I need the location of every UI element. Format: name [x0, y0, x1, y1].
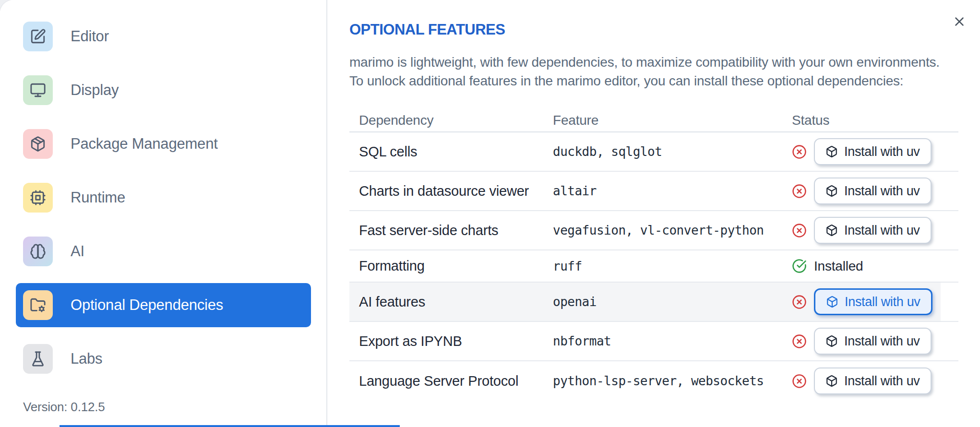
status-cell: Installed [792, 259, 958, 274]
package-box-icon [826, 296, 838, 308]
sidebar-item-optional-dependencies[interactable]: Optional Dependencies [16, 283, 311, 327]
package-box-icon [825, 335, 838, 347]
description-line: To unlock additional features in the mar… [349, 71, 959, 90]
table-row: Charts in datasource viewer altair Insta… [349, 172, 958, 211]
sidebar-item-display[interactable]: Display [16, 68, 311, 112]
column-header-status: Status [792, 113, 958, 128]
sidebar-item-labs[interactable]: Labs [16, 337, 311, 381]
install-with-uv-button[interactable]: Install with uv [814, 288, 932, 315]
table-row: Export as IPYNB nbformat Install with uv [349, 322, 958, 361]
dependency-cell: SQL cells [349, 144, 553, 160]
status-cell: Install with uv [792, 328, 958, 355]
sidebar-item-label: AI [71, 243, 84, 260]
close-icon[interactable] [950, 12, 968, 31]
status-cell: Install with uv [792, 288, 958, 315]
description: marimo is lightweight, with few dependen… [349, 53, 959, 90]
circle-x-icon [792, 144, 807, 159]
install-button-label: Install with uv [844, 144, 920, 159]
installed-status-label: Installed [814, 259, 863, 274]
dependency-cell: Fast server-side charts [349, 223, 553, 238]
install-with-uv-button[interactable]: Install with uv [814, 328, 932, 355]
sidebar-item-label: Editor [71, 28, 109, 45]
page-title: OPTIONAL FEATURES [349, 20, 959, 39]
circle-x-icon [792, 295, 807, 309]
feature-cell: altair [553, 184, 792, 198]
install-with-uv-button[interactable]: Install with uv [814, 178, 932, 204]
install-button-label: Install with uv [844, 184, 920, 199]
sidebar-item-package-management[interactable]: Package Management [16, 122, 311, 166]
package-box-icon [825, 185, 838, 197]
table-row: Fast server-side charts vegafusion, vl-c… [349, 211, 958, 250]
sidebar-item-ai[interactable]: AI [16, 229, 311, 273]
feature-cell: nbformat [553, 334, 792, 348]
install-button-label: Install with uv [844, 374, 920, 389]
feature-cell: openai [553, 295, 792, 309]
monitor-icon [23, 75, 53, 105]
circle-x-icon [792, 184, 807, 199]
sidebar-item-list: Editor Display Package Management Runtim… [0, 14, 326, 381]
column-header-feature: Feature [553, 113, 792, 128]
square-pen-icon [23, 22, 53, 51]
sidebar-item-label: Package Management [71, 135, 218, 153]
dependency-cell: Language Server Protocol [349, 373, 553, 389]
optional-features-table: Dependency Feature Status SQL cells duck… [349, 109, 958, 401]
circle-x-icon [792, 374, 807, 389]
table-row: AI features openai Install with uv [349, 283, 958, 322]
sidebar-item-editor[interactable]: Editor [16, 14, 311, 59]
dependency-cell: Charts in datasource viewer [349, 183, 553, 199]
status-cell: Install with uv [792, 138, 958, 165]
status-cell: Install with uv [792, 368, 958, 394]
package-box-icon [825, 375, 838, 387]
install-button-label: Install with uv [844, 334, 920, 349]
dependency-cell: AI features [349, 294, 553, 310]
description-line: marimo is lightweight, with few dependen… [349, 53, 959, 71]
status-cell: Install with uv [792, 178, 958, 204]
package-icon [23, 129, 53, 159]
sidebar-item-label: Display [71, 82, 119, 99]
sidebar-item-label: Optional Dependencies [71, 297, 223, 314]
table-row: Language Server Protocol python-lsp-serv… [349, 361, 958, 401]
status-cell: Install with uv [792, 217, 958, 244]
table-body: SQL cells duckdb, sqlglot Install with u… [349, 132, 958, 401]
table-row: SQL cells duckdb, sqlglot Install with u… [349, 132, 958, 172]
circle-x-icon [792, 223, 807, 238]
settings-sidebar: Editor Display Package Management Runtim… [0, 0, 327, 427]
install-button-label: Install with uv [844, 223, 920, 238]
column-header-dependency: Dependency [349, 113, 553, 128]
package-box-icon [825, 145, 838, 158]
table-row: Formatting ruff Installed [349, 250, 958, 283]
feature-cell: duckdb, sqlglot [553, 144, 792, 159]
install-button-label: Install with uv [845, 295, 920, 309]
folder-cog-icon [23, 290, 53, 320]
flask-conical-icon [23, 344, 53, 374]
dependency-cell: Formatting [349, 258, 553, 274]
settings-dialog: Editor Display Package Management Runtim… [0, 0, 980, 427]
cpu-icon [23, 183, 53, 213]
version-label: Version: 0.12.5 [23, 400, 105, 415]
sidebar-item-runtime[interactable]: Runtime [16, 176, 311, 220]
install-with-uv-button[interactable]: Install with uv [814, 368, 932, 394]
feature-cell: ruff [553, 259, 792, 273]
background-accent-bar [60, 425, 400, 427]
brain-icon [23, 237, 53, 266]
feature-cell: python-lsp-server, websockets [553, 374, 792, 388]
table-header: Dependency Feature Status [349, 109, 958, 132]
feature-cell: vegafusion, vl-convert-python [553, 223, 792, 237]
optional-features-panel: OPTIONAL FEATURES marimo is lightweight,… [327, 0, 980, 427]
install-with-uv-button[interactable]: Install with uv [814, 138, 932, 165]
circle-check-icon [792, 259, 807, 273]
sidebar-item-label: Labs [71, 350, 102, 368]
dependency-cell: Export as IPYNB [349, 333, 553, 349]
sidebar-item-label: Runtime [71, 189, 125, 206]
install-with-uv-button[interactable]: Install with uv [814, 217, 932, 244]
package-box-icon [825, 224, 838, 237]
circle-x-icon [792, 334, 807, 349]
